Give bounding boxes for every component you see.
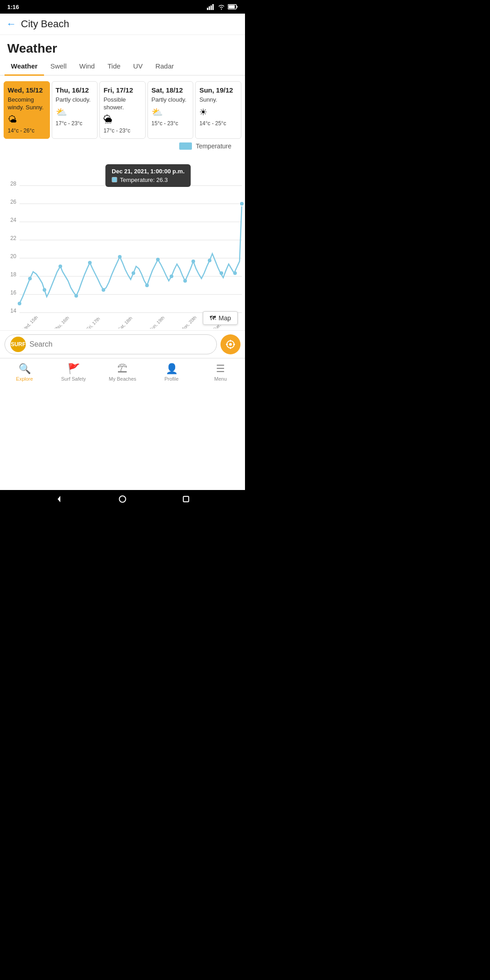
nav-my-beaches[interactable]: ⛱ My Beaches [98, 361, 147, 383]
nav-surf-safety[interactable]: 🚩 Surf Safety [49, 361, 98, 383]
svg-point-43 [191, 260, 195, 263]
forecast-temp-1: 17°c - 23°c [56, 120, 94, 127]
svg-rect-5 [229, 5, 235, 9]
back-button[interactable]: ← [6, 18, 16, 30]
nav-my-beaches-label: My Beaches [109, 376, 137, 382]
my-beaches-icon: ⛱ [118, 363, 127, 375]
forecast-desc-0: Becoming windy. Sunny. [8, 96, 46, 112]
nav-profile-label: Profile [164, 376, 178, 382]
forecast-date-2: Fri, 17/12 [103, 86, 142, 94]
forecast-temp-0: 14°c - 26°c [8, 127, 46, 134]
tab-uv[interactable]: UV [127, 58, 149, 76]
forecast-date-1: Thu, 16/12 [56, 86, 94, 94]
svg-text:Thu, 16th: Thu, 16th [53, 315, 70, 328]
section-header: Weather [0, 35, 245, 58]
bottom-nav: 🔍 Explore 🚩 Surf Safety ⛱ My Beaches 👤 P… [0, 358, 245, 384]
status-bar: 1:16 [0, 0, 245, 14]
svg-text:Sun, 19th: Sun, 19th [148, 315, 165, 328]
search-bar-row: SURF [0, 330, 245, 358]
svg-rect-0 [207, 8, 208, 10]
forecast-desc-1: Partly cloudy. [56, 96, 94, 104]
surfsafety-logo: SURF [10, 337, 26, 352]
forecast-card-1[interactable]: Thu, 16/12 Partly cloudy. ⛅ 17°c - 23°c [52, 81, 98, 139]
chart-wrapper: Dec 21, 2021, 1:00:00 p.m. Temperature: … [4, 156, 241, 330]
svg-text:24: 24 [10, 217, 17, 223]
tab-radar[interactable]: Radar [149, 58, 180, 76]
svg-point-40 [156, 258, 160, 261]
forecast-card-4[interactable]: Sun, 19/12 Sunny. ☀ 14°c - 25°c [195, 81, 241, 139]
map-button[interactable]: 🗺 Map [203, 311, 238, 325]
forecast-temp-2: 17°c - 23°c [103, 127, 142, 134]
nav-surf-safety-label: Surf Safety [61, 376, 86, 382]
forecast-icon-3: ⛅ [152, 107, 190, 118]
svg-text:Fri, 17th: Fri, 17th [86, 316, 101, 328]
svg-point-31 [28, 277, 32, 280]
tab-weather[interactable]: Weather [5, 58, 44, 76]
svg-point-38 [132, 271, 135, 275]
wifi-icon [218, 4, 225, 10]
svg-rect-2 [211, 5, 212, 10]
svg-text:14: 14 [10, 308, 17, 314]
svg-point-55 [119, 496, 126, 502]
nav-menu[interactable]: ☰ Menu [196, 361, 245, 383]
explore-icon: 🔍 [19, 363, 31, 375]
map-icon: 🗺 [210, 314, 216, 322]
svg-point-45 [220, 271, 223, 275]
forecast-desc-4: Sunny. [199, 96, 237, 104]
svg-marker-54 [58, 496, 60, 502]
nav-menu-label: Menu [214, 376, 227, 382]
svg-point-41 [170, 274, 173, 278]
svg-point-33 [59, 265, 62, 268]
svg-point-32 [43, 288, 46, 292]
chart-legend: Temperature [0, 141, 245, 152]
battery-icon [228, 4, 238, 10]
forecast-card-3[interactable]: Sat, 18/12 Partly cloudy. ⛅ 15°c - 23°c [147, 81, 194, 139]
forecast-icon-4: ☀ [199, 107, 237, 118]
forecast-card-2[interactable]: Fri, 17/12 Possible shower. 🌦 17°c - 23°… [99, 81, 146, 139]
svg-point-42 [183, 279, 187, 283]
profile-icon: 👤 [166, 363, 178, 375]
location-button[interactable] [220, 334, 240, 354]
nav-explore-label: Explore [16, 376, 33, 382]
forecast-desc-3: Partly cloudy. [152, 96, 190, 104]
forecast-date-0: Wed, 15/12 [8, 86, 46, 94]
app-screen: ← City Beach Weather Weather Swell Wind … [0, 14, 245, 490]
svg-text:Sat, 18th: Sat, 18th [117, 315, 133, 328]
svg-point-37 [118, 255, 122, 259]
svg-rect-3 [212, 4, 214, 10]
target-icon [225, 339, 235, 349]
page-title: City Beach [21, 18, 69, 30]
search-bar[interactable]: SURF [5, 334, 217, 354]
recents-sys-button[interactable] [181, 494, 191, 504]
forecast-card-0[interactable]: Wed, 15/12 Becoming windy. Sunny. 🌤 14°c… [4, 81, 50, 139]
svg-rect-6 [237, 6, 238, 8]
svg-text:16: 16 [10, 289, 17, 296]
forecast-temp-3: 15°c - 23°c [152, 120, 190, 127]
forecast-icon-2: 🌦 [103, 114, 142, 125]
svg-point-39 [145, 284, 149, 287]
surf-safety-icon: 🚩 [68, 363, 80, 375]
search-input[interactable] [29, 340, 211, 348]
svg-text:28: 28 [10, 181, 17, 187]
legend-label: Temperature [196, 142, 231, 150]
svg-text:Wed, 15th: Wed, 15th [21, 314, 39, 328]
system-nav-bar [0, 490, 245, 508]
time: 1:16 [7, 4, 19, 10]
svg-point-35 [88, 261, 92, 265]
forecast-icon-0: 🌤 [8, 114, 46, 125]
svg-text:Mon, 20th: Mon, 20th [180, 315, 197, 328]
temperature-chart[interactable]: 14 16 18 20 22 24 26 28 Wed, 15th Th [4, 156, 245, 328]
tab-wind[interactable]: Wind [73, 58, 101, 76]
forecast-icon-1: ⛅ [56, 107, 94, 118]
forecast-desc-2: Possible shower. [103, 96, 142, 112]
signal-icon [207, 4, 215, 10]
home-sys-button[interactable] [118, 494, 127, 504]
svg-text:20: 20 [10, 253, 17, 260]
nav-explore[interactable]: 🔍 Explore [0, 361, 49, 383]
svg-text:26: 26 [10, 199, 17, 205]
nav-profile[interactable]: 👤 Profile [147, 361, 196, 383]
back-sys-button[interactable] [54, 494, 64, 504]
tab-tide[interactable]: Tide [101, 58, 127, 76]
top-bar: ← City Beach [0, 14, 245, 35]
tab-swell[interactable]: Swell [44, 58, 73, 76]
